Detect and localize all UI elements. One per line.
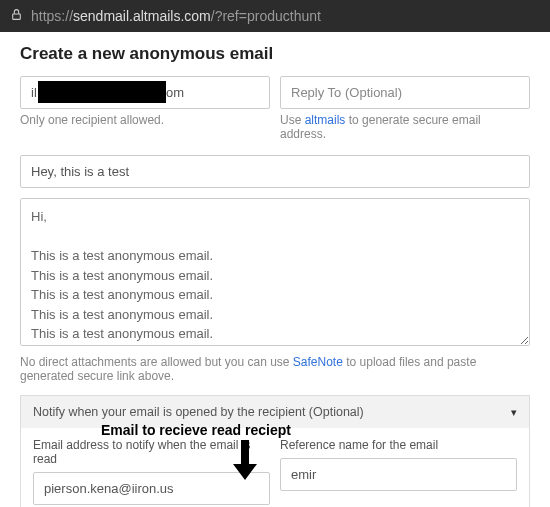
- svg-rect-0: [13, 14, 21, 19]
- altmails-link[interactable]: altmails: [305, 113, 346, 127]
- reply-to-helper: Use altmails to generate secure email ad…: [280, 113, 530, 141]
- redacted-overlay: [38, 81, 166, 103]
- url-text: https://sendmail.altmails.com/?ref=produ…: [31, 8, 321, 24]
- notify-email-label: Email address to notify when the email i…: [33, 438, 270, 466]
- lock-icon: [10, 8, 23, 24]
- notify-header-label: Notify when your email is opened by the …: [33, 405, 364, 419]
- notify-email-input[interactable]: [33, 472, 270, 505]
- notify-header[interactable]: Notify when your email is opened by the …: [21, 396, 529, 428]
- to-helper: Only one recipient allowed.: [20, 113, 270, 127]
- safenote-link[interactable]: SafeNote: [293, 355, 343, 369]
- reply-to-input[interactable]: [280, 76, 530, 109]
- address-bar[interactable]: https://sendmail.altmails.com/?ref=produ…: [0, 0, 550, 32]
- page-content: Create a new anonymous email Only one re…: [0, 32, 550, 507]
- subject-input[interactable]: [20, 155, 530, 188]
- page-title: Create a new anonymous email: [20, 44, 530, 64]
- body-textarea[interactable]: [20, 198, 530, 346]
- notify-ref-input[interactable]: [280, 458, 517, 491]
- notify-section: Notify when your email is opened by the …: [20, 395, 530, 507]
- chevron-down-icon: ▾: [511, 406, 517, 419]
- notify-ref-label: Reference name for the email: [280, 438, 517, 452]
- attachments-note: No direct attachments are allowed but yo…: [20, 355, 530, 383]
